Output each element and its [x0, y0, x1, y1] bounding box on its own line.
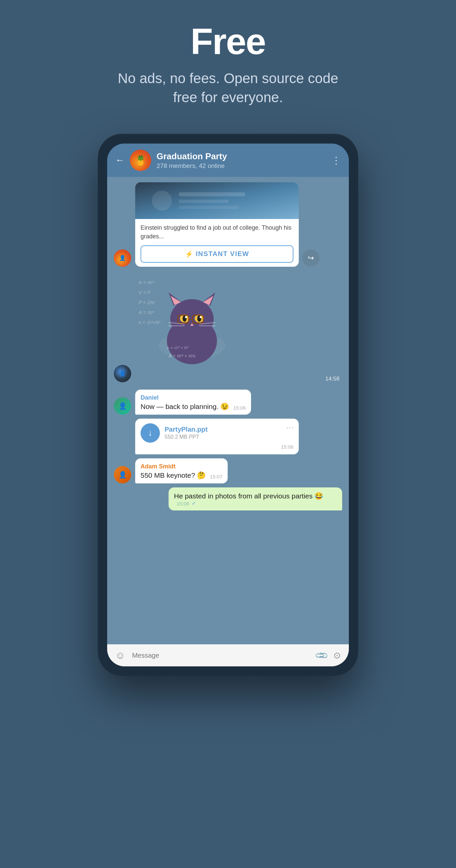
- instant-view-label: INSTANT VIEW: [196, 250, 249, 258]
- daniel-sender: Daniel: [141, 394, 246, 401]
- svg-point-1: [152, 191, 172, 211]
- camera-button[interactable]: ⊙: [333, 650, 341, 661]
- file-more-button[interactable]: ⋯: [286, 423, 294, 432]
- instant-view-button[interactable]: ⚡ INSTANT VIEW: [141, 245, 294, 263]
- file-name: PartyPlan.ppt: [164, 426, 281, 433]
- chat-more-button[interactable]: ⋮: [332, 155, 341, 166]
- message-input[interactable]: [132, 652, 309, 659]
- share-button[interactable]: ↪: [302, 249, 320, 267]
- chat-avatar: 🍍: [130, 150, 151, 171]
- daniel-bubble: Daniel Now — back to planning. 😉 15:06: [135, 390, 251, 415]
- adam-sender: Adam Smidt: [141, 463, 222, 470]
- article-card: Einstein struggled to find a job out of …: [135, 182, 299, 267]
- hero-title: Free: [191, 20, 265, 62]
- sender-avatar-1: 👤: [114, 249, 131, 267]
- svg-point-16: [185, 316, 187, 318]
- file-sender-spacer: [114, 437, 131, 454]
- chat-header: ← 🍍 Graduation Party 278 members, 42 onl…: [107, 144, 349, 177]
- svg-rect-3: [179, 199, 229, 203]
- own-text: He pasted in photos from all previous pa…: [174, 492, 323, 500]
- svg-text:s = √r² + h²: s = √r² + h²: [167, 345, 188, 350]
- sticker-time: 14:58: [135, 376, 342, 382]
- file-size: 550.2 MB PPT: [164, 434, 281, 440]
- own-message-row: He pasted in photos from all previous pa…: [114, 488, 342, 510]
- phone-screen: ← 🍍 Graduation Party 278 members, 42 onl…: [107, 144, 349, 666]
- file-time: 15:06: [141, 444, 294, 450]
- file-message-row: ↓ PartyPlan.ppt 550.2 MB PPT ⋯ 15:06: [114, 418, 342, 454]
- daniel-message: 👤 Daniel Now — back to planning. 😉 15:06: [114, 390, 342, 415]
- sender-avatar-2: 👤: [114, 365, 131, 382]
- chat-name: Graduation Party: [157, 151, 326, 162]
- own-time: 15:08: [177, 501, 189, 506]
- attach-button[interactable]: 📎: [314, 648, 329, 663]
- daniel-time: 15:06: [233, 405, 246, 411]
- checkmark-icon: ✓: [192, 500, 196, 506]
- sticker-message: 👤 A = πr² V = l² P = 2πr A = πr² s = √r²…: [114, 271, 342, 385]
- sticker-image: A = πr² V = l² P = 2πr A = πr² s = √r²+h…: [135, 274, 249, 374]
- daniel-avatar: 👤: [114, 397, 131, 415]
- svg-rect-2: [179, 192, 245, 196]
- adam-avatar: 👤: [114, 466, 131, 484]
- svg-rect-4: [179, 206, 239, 209]
- lightning-icon: ⚡: [185, 250, 193, 258]
- adam-text: 550 MB keynote? 🤔: [141, 471, 206, 479]
- sticker-container: A = πr² V = l² P = 2πr A = πr² s = √r²+h…: [135, 274, 342, 382]
- article-image-inner: [135, 182, 299, 219]
- svg-point-17: [200, 316, 202, 318]
- chat-info: Graduation Party 278 members, 42 online: [157, 151, 326, 169]
- chat-meta: 278 members, 42 online: [157, 162, 326, 169]
- adam-bubble: Adam Smidt 550 MB keynote? 🤔 15:07: [135, 458, 228, 484]
- article-text: Einstein struggled to find a job out of …: [141, 224, 294, 240]
- chat-input-bar: ☺ 📎 ⊙: [107, 644, 349, 666]
- phone-mockup: ← 🍍 Graduation Party 278 members, 42 onl…: [98, 133, 358, 676]
- svg-point-15: [197, 315, 201, 322]
- article-body: Einstein struggled to find a job out of …: [135, 219, 299, 262]
- daniel-text: Now — back to planning. 😉: [141, 403, 229, 410]
- own-bubble: He pasted in photos from all previous pa…: [169, 488, 342, 510]
- emoji-button[interactable]: ☺: [115, 650, 125, 661]
- back-button[interactable]: ←: [115, 155, 124, 165]
- article-image: [135, 182, 299, 219]
- adam-time: 15:07: [210, 474, 223, 479]
- file-download-button[interactable]: ↓: [141, 423, 160, 443]
- article-message: 👤: [114, 182, 342, 267]
- adam-message: 👤 Adam Smidt 550 MB keynote? 🤔 15:07: [114, 458, 342, 484]
- hero-subtitle: No ads, no fees. Open source code free f…: [111, 69, 345, 107]
- chat-body: 👤: [107, 177, 349, 644]
- svg-text:A = πr² + πrs: A = πr² + πrs: [168, 353, 195, 359]
- file-bubble: ↓ PartyPlan.ppt 550.2 MB PPT ⋯ 15:06: [135, 418, 299, 454]
- svg-point-14: [183, 315, 187, 322]
- file-info: PartyPlan.ppt 550.2 MB PPT: [164, 426, 281, 440]
